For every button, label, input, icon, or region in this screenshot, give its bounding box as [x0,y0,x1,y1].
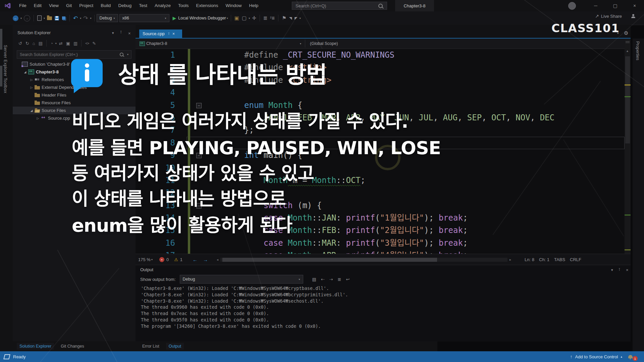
tree-open-arrow-icon[interactable]: ◢ [29,109,34,112]
menu-extensions[interactable]: Extensions [193,0,222,11]
editor-horizontal-scrollbar[interactable] [220,258,507,262]
start-debugging-dropdown-icon[interactable]: ▾ [227,17,228,20]
close-icon[interactable]: × [626,267,629,273]
chevron-down-icon[interactable]: ▾ [611,268,613,272]
open-folder-icon[interactable] [47,16,52,20]
pin-icon[interactable]: ⊺ [120,30,122,35]
tree-closed-arrow-icon[interactable]: ▷ [29,78,34,81]
solution-configuration-dropdown[interactable]: Debug▾ [97,14,118,22]
pin-icon[interactable]: ⊺ [619,267,621,272]
menu-file[interactable]: File [15,0,30,11]
close-icon[interactable]: × [128,31,131,36]
bookmark-icon[interactable]: ⚑ [282,15,286,21]
notification-badge[interactable]: 1 [633,356,638,361]
chevron-down-icon[interactable]: ▾ [300,17,301,20]
sidebar-tab-toolbox[interactable]: Toolbox [3,78,8,94]
home-icon[interactable]: ⌂ [33,41,35,46]
solution-platform-dropdown[interactable]: x86▾ [119,14,169,22]
menu-help[interactable]: Help [246,0,262,11]
dock-handle[interactable] [0,66,2,86]
next-bookmark-icon[interactable]: ◤ [294,16,297,20]
output-log[interactable]: 'Chapter3-8.exe' (Win32): Loaded 'C:₩Win… [141,285,348,329]
wrench-icon[interactable]: ✎ [92,41,96,46]
bottom-tab-solution-explorer[interactable]: Solution Explorer [17,343,54,350]
scrollbar-thumb[interactable] [625,56,630,143]
redo-icon[interactable]: ↷ [83,15,88,22]
collapse-all-icon[interactable]: ▣ [66,41,70,46]
menu-test[interactable]: Test [135,0,151,11]
show-threads-icon[interactable]: ✛ [252,15,256,21]
view-code-icon[interactable]: <> [85,41,89,45]
solution-explorer-search[interactable]: Search Solution Explorer (Ctrl+;) ▾ [17,50,131,59]
back-icon[interactable]: ↺ [18,41,22,46]
attach-to-process-icon[interactable]: ▣ [234,15,239,21]
live-share-button[interactable]: Live Share [601,14,622,19]
tree-open-arrow-icon[interactable]: ◢ [22,70,28,74]
menu-project[interactable]: Project [75,0,97,11]
chevron-down-icon[interactable]: ▾ [151,258,153,261]
minimize-button[interactable]: ─ [586,0,605,11]
search-icon[interactable] [120,53,123,56]
new-file-dropdown-icon[interactable]: ▾ [44,17,45,20]
notifications-bell-icon[interactable] [628,355,633,358]
navigate-forward-icon[interactable]: → [203,257,208,262]
chevron-down-icon[interactable]: ▾ [112,31,114,35]
menu-analyze[interactable]: Analyze [151,0,174,11]
scrollbar-thumb[interactable] [222,258,437,262]
global-scope-dropdown[interactable]: (Global Scope) ▾ [310,39,627,49]
eol-indicator[interactable]: CRLF [570,257,581,262]
previous-message-icon[interactable]: ⇠ [321,277,325,282]
warning-count-icon[interactable]: ⚠ [174,257,178,262]
sync-with-active-document-icon[interactable]: ▤ [39,41,43,46]
undo-dropdown-icon[interactable]: ▾ [80,17,81,20]
pin-icon[interactable]: ⊺ [168,32,170,36]
messages-list-icon[interactable]: ▤ [312,277,316,282]
refresh-icon[interactable]: ⇄ [59,41,63,46]
tree-closed-arrow-icon[interactable]: ▷ [29,86,34,89]
sidebar-tab-server-explorer[interactable]: Server Explorer [3,45,8,76]
dock-handle[interactable] [0,29,2,50]
word-wrap-icon[interactable]: ↩ [346,277,350,282]
close-icon[interactable]: × [172,32,175,36]
tab-source-cpp[interactable]: Source.cpp ⊺ × [139,29,182,38]
gear-icon[interactable]: ⚙ [624,30,628,36]
project-scope-dropdown[interactable]: Chapter3-8 ▾ [139,39,305,49]
start-debugging-play-icon[interactable]: ▶ [173,15,176,21]
maximize-button[interactable]: ▢ [606,0,625,11]
error-count-icon[interactable]: × [159,257,164,262]
menu-view[interactable]: View [45,0,62,11]
tabs-indicator[interactable]: TABS [554,257,565,262]
tree-item-resource-files[interactable]: Resource Files [13,99,136,107]
next-message-icon[interactable]: ⇢ [329,277,333,282]
chevron-down-icon[interactable]: ▾ [127,53,128,56]
search-icon[interactable] [378,4,383,8]
save-all-icon[interactable] [62,16,66,20]
undo-icon[interactable]: ↶ [73,15,78,22]
new-file-icon[interactable] [37,15,42,21]
quick-search-box[interactable]: Search (Ctrl+Q) [292,2,387,10]
scroll-right-arrow-icon[interactable]: ▸ [509,258,511,261]
chevron-up-icon[interactable]: ▴ [621,355,622,358]
redo-dropdown-icon[interactable]: ▾ [90,17,92,20]
editor-vertical-scrollbar[interactable]: ▲ [625,39,631,254]
tree-closed-arrow-icon[interactable]: ▷ [35,117,41,120]
forward-icon[interactable]: ↻ [25,41,29,46]
split-window-handle[interactable] [626,41,630,43]
close-button[interactable]: × [625,0,644,11]
scroll-left-arrow-icon[interactable]: ◂ [217,258,218,261]
add-user-icon[interactable] [631,14,635,18]
add-to-source-control-button[interactable]: Add to Source Control [575,354,618,359]
menu-edit[interactable]: Edit [30,0,45,11]
navigate-back-icon[interactable]: ← [13,15,18,21]
save-icon[interactable] [55,16,59,20]
chevron-down-icon[interactable]: ▾ [55,42,57,45]
numbered-list-icon[interactable]: ²≣ [270,16,275,20]
navigate-back-dropdown-icon[interactable]: ▾ [20,17,22,20]
menu-window[interactable]: Window [222,0,246,11]
navigate-backward-icon[interactable]: ← [193,257,198,262]
start-debugging-button[interactable]: Local Windows Debugger [178,16,226,20]
previous-bookmark-icon[interactable]: ◥ [289,16,292,20]
share-icon[interactable]: ↗ [595,13,599,19]
line-list-icon[interactable]: ≣ [263,15,268,21]
menu-debug[interactable]: Debug [114,0,135,11]
